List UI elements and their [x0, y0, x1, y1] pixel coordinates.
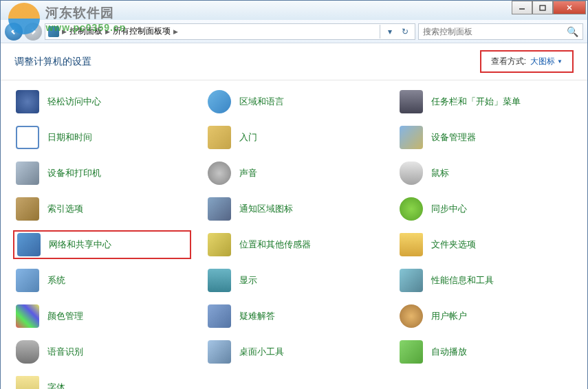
navbar: ▶ 控制面板 ▶ 所有控制面板项 ▶ ▾ ↻ 🔍 — [1, 20, 587, 43]
mouse-icon — [400, 162, 423, 185]
cp-item-autoplay[interactable]: 自动播放 — [397, 337, 575, 366]
trouble-icon — [208, 304, 231, 328]
system-icon — [16, 269, 39, 292]
titlebar — [1, 1, 587, 20]
cp-item-label: 文件夹选项 — [431, 238, 476, 251]
cp-item-label: 系统 — [47, 274, 65, 287]
cp-item-system[interactable]: 系统 — [13, 266, 191, 295]
maximize-button[interactable] — [532, 1, 553, 14]
cp-item-trouble[interactable]: 疑难解答 — [205, 302, 383, 331]
cp-item-label: 轻松访问中心 — [47, 96, 101, 108]
sound-icon — [208, 162, 231, 185]
search-icon[interactable]: 🔍 — [567, 26, 578, 37]
device-mgr-icon — [400, 126, 423, 149]
nav-forward-button[interactable] — [24, 23, 42, 41]
cp-item-index[interactable]: 索引选项 — [13, 194, 191, 223]
cp-item-location[interactable]: 位置和其他传感器 — [205, 230, 383, 259]
cp-item-label: 语音识别 — [47, 346, 83, 358]
close-icon — [566, 4, 573, 11]
cp-item-start[interactable]: 入门 — [205, 123, 383, 152]
cp-item-label: 鼠标 — [431, 167, 449, 179]
chevron-down-icon: ▾ — [388, 27, 392, 36]
items-grid: 轻松访问中心区域和语言任务栏和「开始」菜单日期和时间入门设备管理器设备和打印机声… — [13, 87, 575, 389]
cp-item-notify[interactable]: 通知区域图标 — [205, 194, 383, 223]
cp-item-region[interactable]: 区域和语言 — [205, 87, 383, 116]
breadcrumb-sep-icon: ▶ — [173, 28, 178, 35]
cp-item-label: 索引选项 — [47, 203, 83, 215]
folder-icon — [400, 233, 423, 256]
location-icon — [208, 233, 231, 256]
index-icon — [16, 197, 39, 221]
display-icon — [208, 269, 231, 292]
view-value-dropdown[interactable]: 大图标 ▼ — [530, 56, 563, 67]
cp-item-mouse[interactable]: 鼠标 — [397, 159, 575, 188]
cp-item-color[interactable]: 颜色管理 — [13, 302, 191, 331]
cp-item-date[interactable]: 日期和时间 — [13, 123, 191, 152]
cp-item-network[interactable]: 网络和共享中心 — [13, 230, 191, 259]
cp-item-speech[interactable]: 语音识别 — [13, 337, 191, 366]
header-row: 调整计算机的设置 查看方式: 大图标 ▼ — [1, 43, 587, 80]
breadcrumb-dropdown-button[interactable]: ▾ — [383, 25, 397, 38]
cp-item-label: 用户帐户 — [431, 310, 467, 322]
breadcrumb-current[interactable]: 所有控制面板项 — [113, 25, 171, 37]
search-input[interactable] — [423, 27, 567, 36]
cp-item-taskbar[interactable]: 任务栏和「开始」菜单 — [397, 87, 575, 116]
cp-item-label: 任务栏和「开始」菜单 — [431, 96, 521, 108]
cp-item-folder[interactable]: 文件夹选项 — [397, 230, 575, 259]
cp-item-display[interactable]: 显示 — [205, 266, 383, 295]
cp-item-label: 自动播放 — [431, 346, 467, 358]
cp-item-ease[interactable]: 轻松访问中心 — [13, 87, 191, 116]
breadcrumb[interactable]: ▶ 控制面板 ▶ 所有控制面板项 ▶ ▾ ↻ — [45, 23, 415, 40]
cp-item-label: 设备管理器 — [431, 131, 476, 144]
font-icon — [16, 376, 39, 389]
view-label: 查看方式: — [491, 56, 526, 67]
content-area: 轻松访问中心区域和语言任务栏和「开始」菜单日期和时间入门设备管理器设备和打印机声… — [1, 80, 587, 389]
minimize-button[interactable] — [512, 1, 532, 14]
cp-item-label: 入门 — [239, 131, 257, 144]
chevron-down-icon: ▼ — [557, 58, 563, 65]
autoplay-icon — [400, 340, 423, 364]
start-icon — [208, 126, 231, 149]
cp-item-sound[interactable]: 声音 — [205, 159, 383, 188]
cp-item-printer[interactable]: 设备和打印机 — [13, 159, 191, 188]
nav-back-button[interactable] — [5, 23, 23, 41]
arrow-right-icon — [29, 27, 37, 36]
user-icon — [400, 304, 423, 328]
cp-item-label: 同步中心 — [431, 203, 467, 215]
cp-item-label: 日期和时间 — [47, 131, 92, 144]
cp-item-label: 疑难解答 — [239, 310, 275, 322]
close-button[interactable] — [553, 1, 586, 14]
breadcrumb-root[interactable]: 控制面板 — [69, 25, 102, 37]
breadcrumb-sep-icon: ▶ — [105, 28, 110, 35]
cp-item-label: 网络和共享中心 — [49, 238, 111, 251]
cp-item-label: 通知区域图标 — [239, 203, 293, 215]
refresh-icon: ↻ — [402, 27, 409, 36]
cp-item-label: 声音 — [239, 167, 257, 179]
cp-item-gadget[interactable]: 桌面小工具 — [205, 337, 383, 366]
speech-icon — [16, 340, 39, 364]
cp-item-device-mgr[interactable]: 设备管理器 — [397, 123, 575, 152]
cp-item-label: 位置和其他传感器 — [239, 238, 311, 251]
color-icon — [16, 304, 39, 328]
page-title: 调整计算机的设置 — [14, 56, 91, 68]
cp-item-label: 桌面小工具 — [239, 346, 284, 358]
cp-item-perf[interactable]: 性能信息和工具 — [397, 266, 575, 295]
view-value-text: 大图标 — [530, 56, 555, 67]
refresh-button[interactable]: ↻ — [398, 25, 412, 38]
cp-item-label: 设备和打印机 — [47, 167, 101, 179]
cp-item-label: 性能信息和工具 — [431, 274, 494, 287]
perf-icon — [400, 269, 423, 292]
cp-item-user[interactable]: 用户帐户 — [397, 302, 575, 331]
cp-item-sync[interactable]: 同步中心 — [397, 194, 575, 223]
control-panel-icon — [48, 26, 59, 37]
cp-item-label: 字体 — [47, 381, 65, 389]
maximize-icon — [539, 4, 546, 11]
printer-icon — [16, 162, 39, 185]
taskbar-icon — [400, 90, 423, 113]
searchbox[interactable]: 🔍 — [418, 23, 583, 40]
minimize-icon — [519, 4, 525, 11]
date-icon — [16, 126, 39, 149]
cp-item-label: 颜色管理 — [47, 310, 83, 322]
svg-rect-1 — [540, 5, 545, 10]
cp-item-font[interactable]: 字体 — [13, 373, 191, 389]
